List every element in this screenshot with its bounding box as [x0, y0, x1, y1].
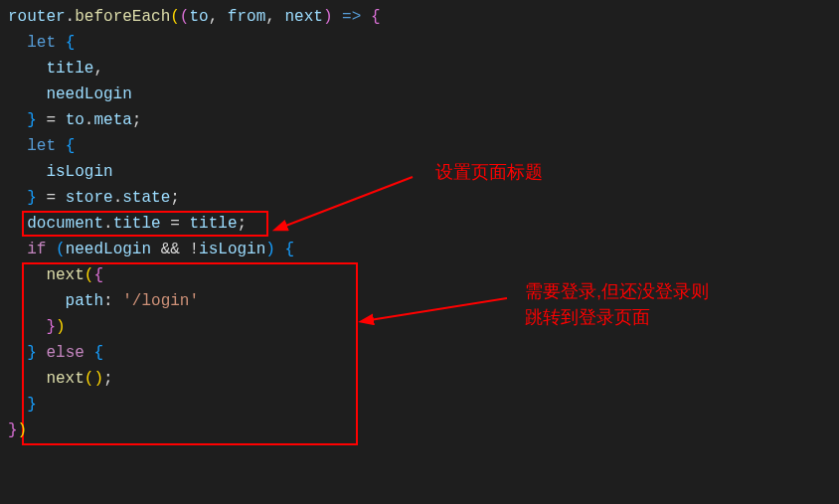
annotation-text: 需要登录,但还没登录则 跳转到登录页面 — [525, 278, 709, 330]
code-line: next({ — [8, 262, 839, 288]
code-line: } = to.meta; — [8, 107, 839, 133]
code-line: } — [8, 392, 839, 418]
code-line: let { — [8, 133, 839, 159]
code-line: title, — [8, 56, 839, 82]
code-line: let { — [8, 30, 839, 56]
token: router — [8, 8, 66, 26]
code-line: } = store.state; — [8, 185, 839, 211]
code-line: next(); — [8, 366, 839, 392]
code-line: document.title = title; — [8, 211, 839, 237]
code-line: } else { — [8, 340, 839, 366]
code-line: router.beforeEach((to, from, next) => { — [8, 4, 839, 30]
code-line: if (needLogin && !isLogin) { — [8, 237, 839, 262]
code-line: isLogin — [8, 159, 839, 185]
annotation-text: 设置页面标题 — [435, 159, 543, 185]
code-block: router.beforeEach((to, from, next) => { … — [0, 0, 839, 443]
code-line: needLogin — [8, 82, 839, 107]
code-line: }) — [8, 418, 839, 443]
code-line: }) — [8, 314, 839, 340]
code-line: path: '/login' — [8, 288, 839, 314]
